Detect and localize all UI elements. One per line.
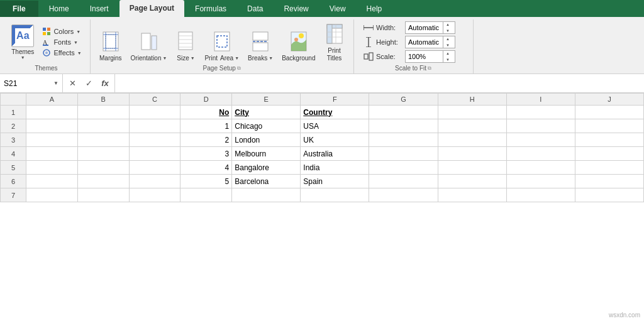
cell-d4[interactable]: 3 xyxy=(180,147,232,161)
cell-j3[interactable] xyxy=(575,133,643,147)
cell-i5[interactable] xyxy=(506,161,575,175)
width-up-arrow[interactable]: ▲ xyxy=(443,21,452,28)
cell-a6[interactable] xyxy=(26,175,77,188)
cell-g3[interactable] xyxy=(369,133,438,147)
cell-c7[interactable] xyxy=(129,188,180,202)
formula-insert-function-btn[interactable]: fx xyxy=(99,79,111,88)
cell-g1[interactable] xyxy=(369,106,438,119)
tab-file[interactable]: File xyxy=(0,1,38,17)
cell-j4[interactable] xyxy=(575,147,643,161)
background-button[interactable]: Background xyxy=(278,21,319,63)
cell-b3[interactable] xyxy=(77,133,129,147)
cell-e5[interactable]: Bangalore xyxy=(232,161,301,175)
height-input[interactable]: Automatic ▲ ▼ xyxy=(405,36,455,48)
cell-i6[interactable] xyxy=(506,175,575,188)
cell-a1[interactable] xyxy=(26,106,77,119)
cell-g6[interactable] xyxy=(369,175,438,188)
cell-e7[interactable] xyxy=(232,188,301,202)
cell-i2[interactable] xyxy=(506,119,575,133)
scale-expand-icon[interactable]: ⧉ xyxy=(428,65,431,72)
cell-g7[interactable] xyxy=(369,188,438,202)
page-setup-expand-icon[interactable]: ⧉ xyxy=(237,65,241,72)
cell-h2[interactable] xyxy=(438,119,506,133)
scale-down-arrow[interactable]: ▼ xyxy=(443,57,452,63)
cell-b7[interactable] xyxy=(77,188,129,202)
tab-insert[interactable]: Insert xyxy=(80,1,119,17)
cell-c5[interactable] xyxy=(129,161,180,175)
row-header-5[interactable]: 5 xyxy=(1,161,26,175)
tab-formulas[interactable]: Formulas xyxy=(185,1,236,17)
cell-e6[interactable]: Barcelona xyxy=(232,175,301,188)
cell-d7[interactable] xyxy=(180,188,232,202)
col-header-i[interactable]: I xyxy=(506,94,575,106)
height-down-arrow[interactable]: ▼ xyxy=(443,42,452,48)
row-header-2[interactable]: 2 xyxy=(1,119,26,133)
cell-g5[interactable] xyxy=(369,161,438,175)
cell-d6[interactable]: 5 xyxy=(180,175,232,188)
cell-b1[interactable] xyxy=(77,106,129,119)
cell-c2[interactable] xyxy=(129,119,180,133)
formula-confirm-btn[interactable]: ✓ xyxy=(83,79,94,88)
cell-f6[interactable]: Spain xyxy=(301,175,369,188)
cell-d5[interactable]: 4 xyxy=(180,161,232,175)
cell-f2[interactable]: USA xyxy=(301,119,369,133)
print-titles-button[interactable]: PrintTitles xyxy=(321,21,348,63)
cell-a7[interactable] xyxy=(26,188,77,202)
cell-i1[interactable] xyxy=(506,106,575,119)
cell-a4[interactable] xyxy=(26,147,77,161)
margins-button[interactable]: Margins xyxy=(96,21,126,63)
cell-d2[interactable]: 1 xyxy=(180,119,232,133)
width-input[interactable]: Automatic ▲ ▼ xyxy=(405,21,455,34)
col-header-c[interactable]: C xyxy=(129,94,180,106)
scale-up-arrow[interactable]: ▲ xyxy=(443,50,452,57)
cell-h7[interactable] xyxy=(438,188,506,202)
cell-b4[interactable] xyxy=(77,147,129,161)
print-area-button[interactable]: PrintArea ▼ xyxy=(201,21,243,63)
tab-review[interactable]: Review xyxy=(274,1,318,17)
row-header-1[interactable]: 1 xyxy=(1,106,26,119)
colors-button[interactable]: Colors ▼ xyxy=(40,26,83,36)
cell-c6[interactable] xyxy=(129,175,180,188)
row-header-7[interactable]: 7 xyxy=(1,188,26,202)
cell-b2[interactable] xyxy=(77,119,129,133)
cell-f7[interactable] xyxy=(301,188,369,202)
cell-e1[interactable]: City xyxy=(232,106,301,119)
cell-b6[interactable] xyxy=(77,175,129,188)
cell-d1[interactable]: No xyxy=(180,106,232,119)
size-button[interactable]: Size ▼ xyxy=(172,21,199,63)
col-header-h[interactable]: H xyxy=(438,94,506,106)
col-header-a[interactable]: A xyxy=(26,94,77,106)
formula-input[interactable] xyxy=(115,74,644,92)
tab-data[interactable]: Data xyxy=(237,1,273,17)
row-header-4[interactable]: 4 xyxy=(1,147,26,161)
cell-i4[interactable] xyxy=(506,147,575,161)
orientation-button[interactable]: Orientation ▼ xyxy=(127,21,171,63)
cell-j7[interactable] xyxy=(575,188,643,202)
scale-input[interactable]: 100% ▲ ▼ xyxy=(405,50,455,63)
effects-button[interactable]: Effects ▼ xyxy=(40,48,83,58)
cell-f4[interactable]: Australia xyxy=(301,147,369,161)
fonts-button[interactable]: A Fonts ▼ xyxy=(40,37,83,47)
cell-h4[interactable] xyxy=(438,147,506,161)
cell-j1[interactable] xyxy=(575,106,643,119)
cell-f3[interactable]: UK xyxy=(301,133,369,147)
tab-page-layout[interactable]: Page Layout xyxy=(119,0,184,17)
width-down-arrow[interactable]: ▼ xyxy=(443,28,452,34)
cell-g2[interactable] xyxy=(369,119,438,133)
cell-f5[interactable]: India xyxy=(301,161,369,175)
cell-j2[interactable] xyxy=(575,119,643,133)
cell-h3[interactable] xyxy=(438,133,506,147)
col-header-j[interactable]: J xyxy=(575,94,643,106)
cell-i7[interactable] xyxy=(506,188,575,202)
formula-cancel-btn[interactable]: ✕ xyxy=(67,79,78,88)
cell-c1[interactable] xyxy=(129,106,180,119)
cell-c4[interactable] xyxy=(129,147,180,161)
breaks-button[interactable]: Breaks ▼ xyxy=(244,21,277,63)
cell-i3[interactable] xyxy=(506,133,575,147)
cell-a2[interactable] xyxy=(26,119,77,133)
col-header-d[interactable]: D xyxy=(180,94,232,106)
cell-a5[interactable] xyxy=(26,161,77,175)
col-header-e[interactable]: E xyxy=(232,94,301,106)
tab-view[interactable]: View xyxy=(319,1,356,17)
cell-e2[interactable]: Chicago xyxy=(232,119,301,133)
